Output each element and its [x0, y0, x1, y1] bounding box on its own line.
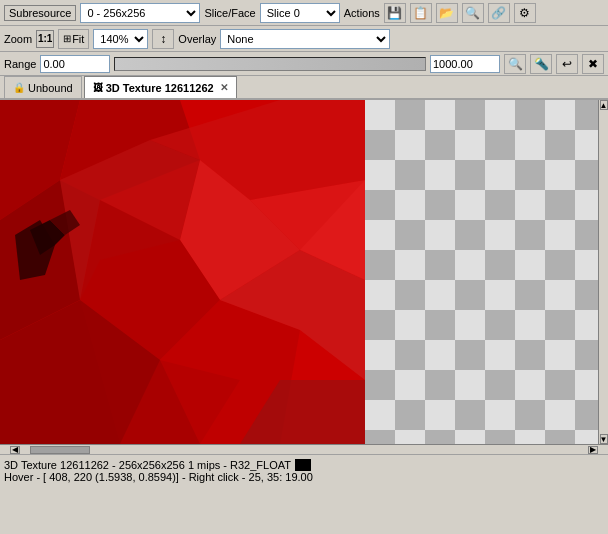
tab-unbound-icon: 🔒	[13, 82, 25, 93]
fit-icon: ⊞	[63, 33, 71, 44]
overlay-select[interactable]: None	[220, 29, 390, 49]
scrollbar-right-button[interactable]: ▶	[588, 446, 598, 454]
tab-unbound[interactable]: 🔒 Unbound	[4, 76, 82, 98]
range-reset-button[interactable]: ↩	[556, 54, 578, 74]
checker-pattern	[365, 100, 598, 444]
settings-action-button[interactable]: ⚙	[514, 3, 536, 23]
scrollbar-down-button[interactable]: ▼	[600, 434, 608, 444]
fit-button[interactable]: ⊞ Fit	[58, 29, 89, 49]
tab-close-button[interactable]: ✕	[220, 82, 228, 93]
mip-select[interactable]: 0 - 256x256	[80, 3, 200, 23]
range-row: Range 🔍 🔦 ↩ ✖	[0, 52, 608, 76]
status-line-2: Hover - [ 408, 220 (1.5938, 0.8594)] - R…	[4, 471, 604, 483]
range-label: Range	[4, 58, 36, 70]
range-slider[interactable]	[114, 57, 426, 71]
status-color-swatch	[295, 459, 311, 471]
scrollbar-vertical[interactable]: ▲ ▼	[598, 100, 608, 444]
canvas-area: ▲ ▼	[0, 100, 608, 444]
toolbar-row-2: Zoom 1:1 ⊞ Fit 140% ↕ Overlay None	[0, 26, 608, 52]
range-eyedropper-button[interactable]: 🔦	[530, 54, 552, 74]
tab-3d-texture-icon: 🖼	[93, 82, 103, 93]
info-action-button[interactable]: 🔍	[462, 3, 484, 23]
scrollbar-left-button[interactable]: ◀	[10, 446, 20, 454]
link-action-button[interactable]: 🔗	[488, 3, 510, 23]
overlay-label: Overlay	[178, 33, 216, 45]
tabs-row: 🔒 Unbound 🖼 3D Texture 12611262 ✕	[0, 76, 608, 100]
subresource-label: Subresource	[4, 5, 76, 21]
zoom-percent-select[interactable]: 140%	[93, 29, 148, 49]
texture-svg	[0, 100, 365, 444]
range-min-input[interactable]	[40, 55, 110, 73]
slice-select[interactable]: Slice 0	[260, 3, 340, 23]
open-action-button[interactable]: 📂	[436, 3, 458, 23]
tab-3d-texture-label: 3D Texture 12611262	[106, 82, 214, 94]
toolbar-row-1: Subresource 0 - 256x256 Slice/Face Slice…	[0, 0, 608, 26]
zoom-1to1-button[interactable]: 1:1	[36, 30, 54, 48]
range-search-button[interactable]: 🔍	[504, 54, 526, 74]
texture-left[interactable]	[0, 100, 365, 444]
texture-right[interactable]	[365, 100, 598, 444]
actions-label: Actions	[344, 7, 380, 19]
slice-face-label: Slice/Face	[204, 7, 255, 19]
range-clear-button[interactable]: ✖	[582, 54, 604, 74]
zoom-label: Zoom	[4, 33, 32, 45]
zoom-flip-button[interactable]: ↕	[152, 29, 174, 49]
save-action-button[interactable]: 💾	[384, 3, 406, 23]
scrollbar-h-thumb[interactable]	[30, 446, 90, 454]
scrollbar-horizontal[interactable]: ◀ ▶	[0, 444, 608, 454]
status-text-1: 3D Texture 12611262 - 256x256x256 1 mips…	[4, 459, 291, 471]
status-bar: 3D Texture 12611262 - 256x256x256 1 mips…	[0, 454, 608, 486]
tab-unbound-label: Unbound	[28, 82, 73, 94]
status-text-2: Hover - [ 408, 220 (1.5938, 0.8594)] - R…	[4, 471, 313, 483]
tab-3d-texture[interactable]: 🖼 3D Texture 12611262 ✕	[84, 76, 237, 98]
scrollbar-up-button[interactable]: ▲	[600, 100, 608, 110]
range-max-input[interactable]	[430, 55, 500, 73]
copy-action-button[interactable]: 📋	[410, 3, 432, 23]
status-line-1: 3D Texture 12611262 - 256x256x256 1 mips…	[4, 459, 604, 471]
